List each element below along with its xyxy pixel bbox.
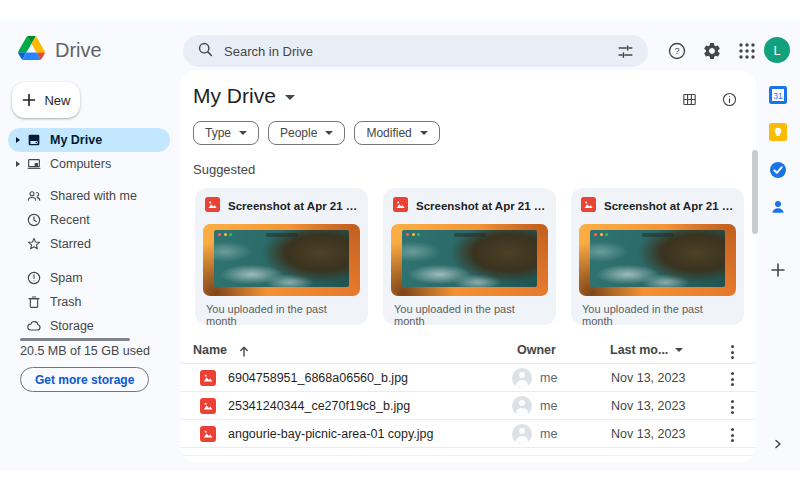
window-traffic-lights — [218, 233, 232, 236]
drive-home-link[interactable]: Drive — [18, 36, 102, 64]
plus-icon — [21, 92, 37, 108]
get-more-storage-label: Get more storage — [35, 373, 134, 387]
column-header-owner[interactable]: Owner — [517, 343, 556, 357]
sidebar-item-trash[interactable]: Trash — [8, 290, 170, 314]
search-options-tune-icon[interactable] — [616, 42, 634, 60]
sidebar-item-spam[interactable]: Spam — [8, 266, 170, 290]
column-header-name[interactable]: Name — [193, 343, 227, 357]
sort-ascending-icon[interactable] — [238, 344, 250, 362]
starred-star-icon — [26, 236, 42, 252]
table-header-row: Name Owner Last mo... — [180, 338, 756, 364]
page-title-dropdown[interactable]: My Drive — [193, 84, 295, 108]
storage-usage-bar — [20, 338, 130, 341]
file-row[interactable]: 6904758951_6868a06560_b.jpg me Nov 13, 2… — [180, 364, 756, 392]
get-more-storage-button[interactable]: Get more storage — [20, 367, 149, 392]
chip-label: People — [280, 126, 317, 140]
new-button[interactable]: New — [12, 82, 80, 118]
main-panel: My Drive Type People Modified — [180, 70, 756, 462]
filter-chip-modified[interactable]: Modified — [354, 121, 439, 145]
owner-avatar-icon — [512, 368, 532, 388]
sidebar-item-label: Trash — [50, 295, 82, 309]
search-input[interactable] — [224, 44, 606, 59]
more-options-icon[interactable] — [727, 399, 738, 415]
file-row[interactable]: 25341240344_ce270f19c8_b.jpg me Nov 13, … — [180, 392, 756, 420]
search-icon — [197, 41, 214, 62]
window-traffic-lights — [594, 233, 608, 236]
file-thumbnail — [391, 224, 548, 296]
chevron-down-icon — [675, 348, 683, 352]
sidebar-item-my-drive[interactable]: My Drive — [8, 128, 170, 152]
new-button-label: New — [44, 93, 70, 108]
help-icon[interactable]: ? — [666, 40, 688, 62]
suggested-file-card[interactable]: Screenshot at Apr 21 13-3... You uploade… — [571, 188, 744, 325]
expand-arrow-icon[interactable] — [16, 137, 20, 143]
sidebar-item-label: Computers — [50, 157, 111, 171]
my-drive-icon — [26, 132, 42, 148]
image-file-icon — [393, 197, 408, 216]
shared-people-icon — [26, 188, 42, 204]
thumbnail-photo — [402, 230, 537, 287]
suggested-cards: Screenshot at Apr 21 13-3... You uploade… — [195, 188, 744, 325]
filter-chip-people[interactable]: People — [268, 121, 345, 145]
window-menubar — [454, 233, 486, 237]
drive-logo-icon — [18, 36, 45, 64]
screenshot-canvas: Drive ? L New My — [0, 0, 800, 500]
settings-gear-icon[interactable] — [701, 40, 723, 62]
sidebar-item-starred[interactable]: Starred — [8, 232, 170, 256]
sidebar-item-shared-with-me[interactable]: Shared with me — [8, 184, 170, 208]
expand-panel-chevron-icon[interactable] — [771, 437, 785, 451]
sidebar-item-storage[interactable]: Storage — [8, 314, 170, 338]
add-addon-plus-icon[interactable] — [769, 261, 787, 279]
suggested-file-card[interactable]: Screenshot at Apr 21 13-3... You uploade… — [383, 188, 556, 325]
google-contacts-icon[interactable] — [769, 198, 787, 216]
file-owner: me — [540, 399, 557, 413]
filter-chip-type[interactable]: Type — [193, 121, 259, 145]
file-table: Name Owner Last mo... 6904758951_6868a06… — [180, 338, 756, 448]
sidebar-item-computers[interactable]: Computers — [8, 152, 170, 176]
google-keep-icon[interactable] — [769, 123, 787, 141]
expand-arrow-icon[interactable] — [16, 161, 20, 167]
suggested-file-card[interactable]: Screenshot at Apr 21 13-3... You uploade… — [195, 188, 368, 325]
google-calendar-icon[interactable]: 31 — [769, 86, 787, 104]
recent-clock-icon — [26, 212, 42, 228]
card-footer-text: You uploaded in the past month — [394, 303, 545, 327]
file-modified-date: Nov 13, 2023 — [611, 399, 685, 413]
window-menubar — [642, 233, 674, 237]
image-file-icon — [581, 197, 596, 216]
side-panel-rail: 31 — [756, 20, 800, 470]
storage-usage-text: 20.5 MB of 15 GB used — [20, 344, 150, 358]
card-title: Screenshot at Apr 21 13-3... — [228, 200, 358, 212]
file-thumbnail — [203, 224, 360, 296]
file-name: 6904758951_6868a06560_b.jpg — [228, 371, 408, 385]
column-header-modified[interactable]: Last mo... — [610, 343, 683, 357]
search-bar[interactable] — [183, 35, 648, 67]
more-options-icon[interactable] — [727, 371, 738, 387]
google-apps-grid-icon[interactable] — [736, 40, 758, 62]
sidebar-nav: My Drive Computers Shared with me Recent — [0, 128, 180, 338]
scrollbar-thumb[interactable] — [752, 150, 758, 234]
computers-icon — [26, 156, 42, 172]
sidebar-item-recent[interactable]: Recent — [8, 208, 170, 232]
owner-avatar-icon — [512, 424, 532, 444]
svg-text:31: 31 — [773, 91, 783, 101]
google-tasks-icon[interactable] — [769, 161, 787, 179]
file-row[interactable]: angourie-bay-picnic-area-01 copy.jpg me … — [180, 420, 756, 448]
chevron-down-icon — [325, 131, 333, 135]
window-traffic-lights — [406, 233, 420, 236]
file-name: 25341240344_ce270f19c8_b.jpg — [228, 399, 410, 413]
file-modified-date: Nov 13, 2023 — [611, 371, 685, 385]
grid-view-icon[interactable] — [680, 90, 698, 108]
storage-cloud-icon — [26, 318, 42, 334]
window-menubar — [266, 233, 298, 237]
sidebar-item-label: Spam — [50, 271, 83, 285]
view-controls — [680, 90, 738, 108]
file-owner: me — [540, 371, 557, 385]
info-icon[interactable] — [720, 90, 738, 108]
column-header-modified-label: Last mo... — [610, 343, 668, 357]
file-thumbnail — [579, 224, 736, 296]
card-footer-text: You uploaded in the past month — [206, 303, 357, 327]
sidebar-item-label: Starred — [50, 237, 91, 251]
top-actions: ? — [666, 40, 758, 62]
more-options-icon[interactable] — [727, 427, 738, 443]
more-options-icon[interactable] — [727, 344, 738, 360]
